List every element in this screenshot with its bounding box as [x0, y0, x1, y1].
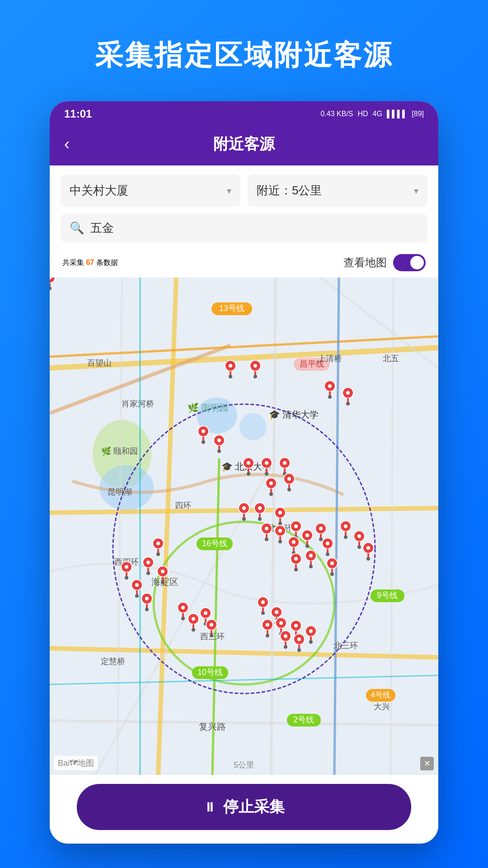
stats-text: 共采集 67 条数据 — [62, 258, 118, 268]
status-time: 11:01 — [64, 108, 92, 120]
search-bar: 🔍 — [61, 214, 427, 242]
location-value: 中关村大厦 — [70, 183, 128, 198]
svg-text:四环: 四环 — [175, 501, 191, 510]
stats-row: 共采集 67 条数据 查看地图 — [61, 250, 427, 278]
stats-prefix: 共采集 — [62, 259, 84, 266]
search-icon: 🔍 — [70, 221, 84, 235]
svg-text:复兴路: 复兴路 — [199, 722, 226, 731]
bottom-bar: ⏸ 停止采集 — [50, 775, 438, 844]
dropdown-row: 中关村大厦 ▾ 附近：5公里 ▾ — [61, 175, 427, 207]
svg-text:4号线: 4号线 — [371, 691, 390, 699]
svg-text:百望山: 百望山 — [87, 359, 112, 368]
svg-text:9号线: 9号线 — [377, 591, 398, 600]
svg-text:海淀区: 海淀区 — [151, 577, 178, 587]
map-area[interactable]: 13号线 昌平线 上清桥 北五 百望山 肖家河桥 🌿 圆明园 🎓 清华大学 🌿 … — [50, 278, 438, 775]
battery-indicator: [89] — [412, 110, 424, 118]
status-bar: 11:01 0.43 KB/S HD 4G ▌▌▌▌ [89] — [50, 101, 438, 125]
toggle-knob — [410, 256, 424, 269]
stop-collect-button[interactable]: ⏸ 停止采集 — [77, 784, 411, 830]
map-toggle-area: 查看地图 — [343, 254, 426, 271]
map-attribution: 5公里 — [234, 760, 254, 770]
stop-label: 停止采集 — [223, 797, 285, 817]
pause-icon: ⏸ — [203, 800, 216, 815]
header: ‹ 附近客源 — [50, 125, 438, 165]
svg-text:昆明湖: 昆明湖 — [108, 487, 132, 496]
map-svg: 13号线 昌平线 上清桥 北五 百望山 肖家河桥 🌿 圆明园 🎓 清华大学 🌿 … — [50, 278, 438, 775]
svg-text:北三环: 北三环 — [333, 641, 358, 650]
svg-text:13号线: 13号线 — [219, 304, 244, 313]
close-map-icon[interactable]: ✕ — [420, 757, 434, 770]
location-arrow-icon: ▾ — [227, 185, 231, 196]
svg-text:16号线: 16号线 — [202, 539, 227, 548]
svg-text:北五: 北五 — [383, 354, 399, 363]
distance-dropdown[interactable]: 附近：5公里 ▾ — [248, 175, 427, 207]
stats-count: 67 — [86, 259, 94, 266]
svg-text:10号线: 10号线 — [197, 668, 223, 677]
svg-text:大兴: 大兴 — [374, 702, 390, 711]
search-input[interactable] — [90, 221, 418, 235]
controls-area: 中关村大厦 ▾ 附近：5公里 ▾ 🔍 共采集 67 条数据 查看地图 — [50, 165, 438, 278]
map-toggle[interactable] — [393, 254, 426, 271]
hd-badge: HD — [358, 110, 368, 118]
phone-frame: 11:01 0.43 KB/S HD 4G ▌▌▌▌ [89] ‹ 附近客源 中… — [50, 101, 438, 844]
svg-text:🌿 圆明园: 🌿 圆明园 — [188, 402, 229, 413]
svg-text:2号线: 2号线 — [293, 715, 314, 724]
speed-indicator: 0.43 KB/S — [320, 110, 353, 118]
stats-suffix: 条数据 — [96, 259, 118, 266]
location-dropdown[interactable]: 中关村大厦 ▾ — [61, 175, 240, 207]
baidu-watermark: Bai🗺地图 — [54, 756, 98, 770]
back-button[interactable]: ‹ — [64, 135, 70, 154]
svg-text:🎓 清华大学: 🎓 清华大学 — [269, 409, 319, 420]
network-indicator: 4G — [373, 110, 382, 118]
header-title: 附近客源 — [213, 134, 275, 155]
svg-text:定慧桥: 定慧桥 — [101, 657, 125, 666]
map-toggle-label: 查看地图 — [343, 255, 387, 270]
distance-arrow-icon: ▾ — [414, 185, 418, 196]
svg-point-4 — [239, 413, 267, 440]
page-title: 采集指定区域附近客源 — [77, 0, 411, 101]
svg-text:肖家河桥: 肖家河桥 — [122, 399, 154, 408]
distance-label: 附近：5公里 — [257, 183, 322, 198]
svg-text:上清桥: 上清桥 — [318, 354, 342, 363]
svg-text:🌿 颐和园: 🌿 颐和园 — [101, 446, 138, 456]
status-icons: 0.43 KB/S HD 4G ▌▌▌▌ [89] — [320, 110, 424, 118]
signal-bars: ▌▌▌▌ — [387, 110, 407, 118]
